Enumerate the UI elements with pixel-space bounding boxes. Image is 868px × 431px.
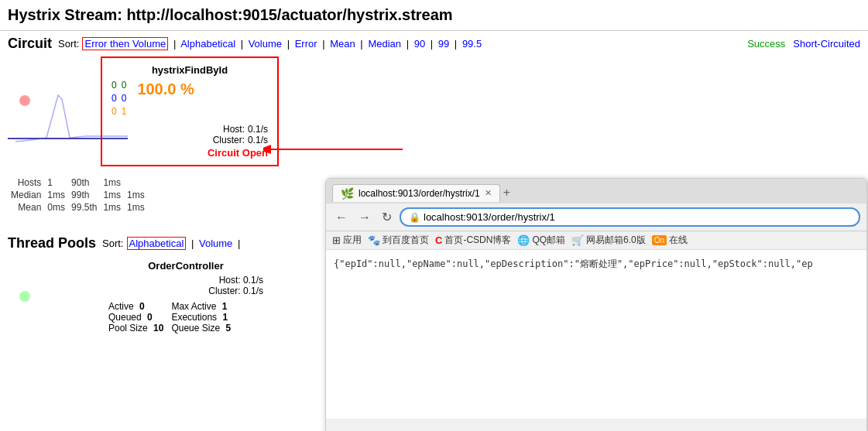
col-995th: 99.5th: [68, 201, 100, 214]
queue-size-row: Queue Size 5: [171, 323, 231, 334]
thread-host-row: Host: 0.1/s: [108, 275, 263, 286]
sort-median[interactable]: Median: [368, 38, 401, 50]
bookmark-baidu[interactable]: 🐾 到百度首页: [368, 234, 429, 247]
hosts-val: 1: [44, 176, 68, 189]
tab-label: localhost:9013/order/hystrix/1: [359, 188, 480, 199]
thread-sort-label: Sort:: [102, 238, 123, 249]
forward-button[interactable]: →: [355, 209, 374, 226]
sort-error[interactable]: Error: [295, 38, 317, 50]
bookmark-qq-mail[interactable]: 🌐 QQ邮箱: [517, 234, 565, 247]
max-active-row: Max Active 1: [171, 301, 231, 312]
v99: 1ms: [100, 189, 124, 201]
browser-tabs-bar: 🌿 localhost:9013/order/hystrix/1 ✕ +: [326, 179, 866, 204]
host-cluster-info: Host: 0.1/s Cluster: 0.1/s: [112, 124, 268, 145]
circuit-sort-label: Sort:: [58, 38, 79, 50]
new-tab-button[interactable]: +: [503, 186, 510, 200]
sort-99[interactable]: 99: [438, 38, 449, 50]
bookmark-csdn[interactable]: C 首页-CSDN博客: [435, 234, 511, 247]
sort-90[interactable]: 90: [414, 38, 425, 50]
bottom-stats: Hosts 1 90th 1ms Median 1ms 99th 1ms 1ms…: [8, 176, 148, 214]
back-button[interactable]: ←: [332, 209, 351, 226]
host-val: 0.1/s: [248, 124, 268, 135]
queued-row: Queued 0: [108, 312, 163, 323]
thread-right-col: Max Active 1 Executions 1 Queue Size 5: [171, 301, 231, 334]
sort-mean[interactable]: Mean: [330, 38, 355, 50]
reload-button[interactable]: ↻: [379, 208, 395, 226]
host-label: Host:: [223, 124, 245, 135]
bookmarks-bar: ⊞ 应用 🐾 到百度首页 C 首页-CSDN博客 🌐 QQ邮箱 🛒 网易邮箱6.…: [326, 231, 866, 250]
response-text: {"epId":null,"epName":null,"epDescriptio…: [334, 258, 813, 269]
thread-sort-links[interactable]: Alphabetical | Volume |: [127, 238, 243, 249]
host-row: Host: 0.1/s: [112, 124, 268, 135]
sort-alphabetical[interactable]: Alphabetical: [180, 38, 235, 50]
hosts-label: Hosts: [8, 176, 44, 189]
browser-toolbar: ← → ↻ 🔒 localhost:9013/order/hystrix/1: [326, 204, 866, 231]
median-label: Median: [8, 189, 44, 201]
url-security-icon: 🔒: [409, 212, 420, 223]
browser-content: {"epId":null,"epName":null,"epDescriptio…: [326, 250, 866, 419]
circuit-title: Circuit: [8, 36, 52, 52]
legend-short-circuited: Short-Circuited: [793, 38, 860, 50]
last-mean: 1ms: [124, 201, 148, 214]
circuit-card-name: hystrixFindById: [112, 64, 268, 76]
sort-volume[interactable]: Volume: [249, 38, 282, 50]
legend-success: Success: [747, 38, 785, 50]
bookmark-163-mail[interactable]: 🛒 网易邮箱6.0版: [571, 234, 646, 247]
num-green-1: 0: [112, 79, 117, 92]
num-blue-1: 0: [112, 92, 117, 105]
thread-cluster-row: Cluster: 0.1/s: [108, 286, 263, 296]
sort-error-volume[interactable]: Error then Volume: [82, 37, 168, 50]
thread-sparkline: [8, 260, 101, 337]
tab-close-button[interactable]: ✕: [485, 188, 492, 198]
browser-window: 🌿 localhost:9013/order/hystrix/1 ✕ + ← →…: [325, 178, 867, 431]
browser-tab[interactable]: 🌿 localhost:9013/order/hystrix/1 ✕: [332, 184, 500, 202]
thread-dot: [19, 291, 30, 302]
threadpool-name: OrderController: [108, 260, 263, 272]
v90: 1ms: [100, 176, 124, 189]
circuit-color-nums: 0 0 0: [112, 79, 117, 118]
thread-pool-stats: Active 0 Queued 0 Pool Size 10 Max Activ…: [108, 301, 263, 334]
mean-v1: 0ms: [44, 201, 68, 214]
thread-sort-volume[interactable]: Volume: [199, 238, 232, 249]
red-arrow: [263, 138, 403, 163]
thread-left-col: Active 0 Queued 0 Pool Size 10: [108, 301, 163, 334]
pool-size-row: Pool Size 10: [108, 323, 163, 334]
sort-995[interactable]: 99.5: [462, 38, 482, 50]
sparkline-dot: [19, 95, 30, 106]
stats-row-hosts: Hosts 1 90th 1ms: [8, 176, 148, 189]
stats-row-median: Median 1ms 99th 1ms 1ms: [8, 189, 148, 201]
stats-row-mean: Mean 0ms 99.5th 1ms 1ms: [8, 201, 148, 214]
page-title: Hystrix Stream: http://localhost:9015/ac…: [0, 0, 868, 31]
circuit-sort-links[interactable]: Error then Volume | Alphabetical | Volum…: [82, 38, 482, 50]
stats-table: Hosts 1 90th 1ms Median 1ms 99th 1ms 1ms…: [8, 176, 148, 214]
url-text: localhost:9013/order/hystrix/1: [424, 211, 555, 223]
num-orange-2: 1: [122, 105, 127, 118]
success-percentage: 100.0 %: [137, 80, 194, 98]
circuit-stats-row: 0 0 0 0 0 1 100.0 %: [112, 79, 268, 118]
col-90th: 90th: [68, 176, 100, 189]
col-99th: 99th: [68, 189, 100, 201]
mean-label: Mean: [8, 201, 44, 214]
executions-row: Executions 1: [171, 312, 231, 323]
circuit-legend: Success Short-Circuited: [747, 38, 860, 50]
url-bar[interactable]: 🔒 localhost:9013/order/hystrix/1: [400, 207, 860, 227]
circuit-color-nums-2: 0 0 1: [122, 79, 127, 118]
thread-pools-title: Thread Pools: [8, 235, 96, 251]
bookmark-apps[interactable]: ⊞ 应用: [332, 234, 362, 247]
v995: 1ms: [100, 201, 124, 214]
cluster-label: Cluster:: [213, 135, 245, 145]
active-row: Active 0: [108, 301, 163, 312]
circuit-section-header: Circuit Sort: Error then Volume | Alphab…: [0, 31, 868, 56]
median-v1: 1ms: [44, 189, 68, 201]
favicon-icon: 🌿: [341, 187, 354, 200]
thread-host-cluster: Host: 0.1/s Cluster: 0.1/s: [108, 275, 263, 296]
bookmark-online[interactable]: On 在线: [652, 234, 688, 247]
num-green-2: 0: [122, 79, 127, 92]
num-blue-2: 0: [122, 92, 127, 105]
circuit-card: hystrixFindById 0 0 0 0 0 1 100.0 % Host…: [101, 56, 279, 166]
thread-sort-alpha[interactable]: Alphabetical: [127, 237, 187, 250]
cluster-row: Cluster: 0.1/s: [112, 135, 268, 145]
threadpool-card: OrderController Host: 0.1/s Cluster: 0.1…: [108, 260, 263, 334]
num-orange-1: 0: [112, 105, 117, 118]
circuit-open-status: Circuit Open: [112, 147, 268, 159]
